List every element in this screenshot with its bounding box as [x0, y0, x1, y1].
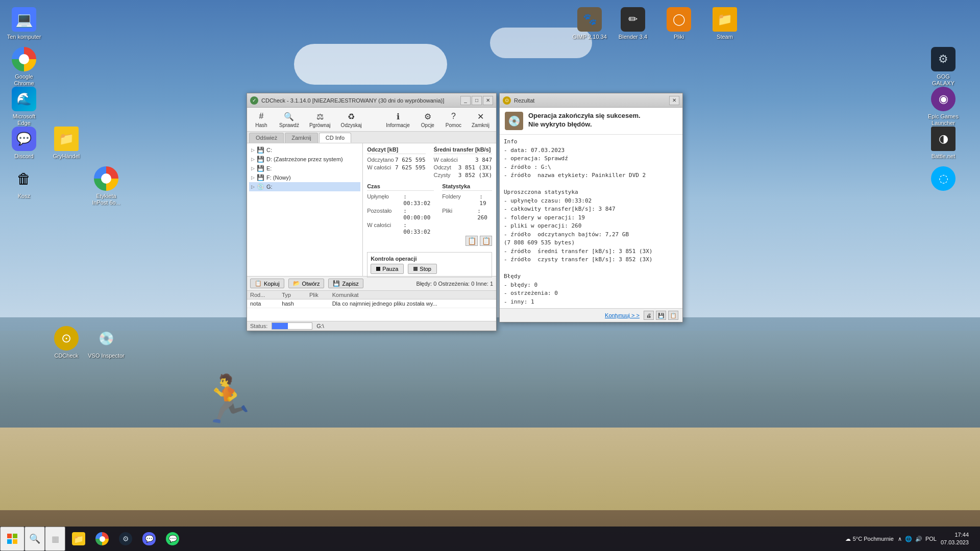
maximize-button[interactable]: □	[472, 96, 482, 105]
desktop-icon-kosz[interactable]: 🗑 Kosz	[4, 164, 44, 202]
desktop-icon-discord[interactable]: 💬 Discord	[4, 124, 44, 162]
control-buttons-row: Pauza Stop	[371, 264, 488, 274]
kopiuj-button[interactable]: 📋 Kopiuj	[250, 279, 284, 288]
czas-w-calosci-label: W całości	[367, 222, 399, 235]
czas-group: Czas Upłynęło : 00:33:02 Pozostało : 00:…	[367, 183, 434, 236]
desktop-icon-pliki[interactable]: 📁 Steam	[704, 5, 745, 42]
expand-tray-icon[interactable]: ∧	[898, 536, 902, 542]
log-cell-rod: nota	[247, 299, 279, 308]
stop-button[interactable]: Stop	[408, 264, 437, 274]
discord-label: Discord	[14, 153, 33, 160]
desktop-icon-gry-handel[interactable]: 📁 GryHändel	[46, 124, 87, 162]
drive-g-icon: 💿	[257, 183, 264, 190]
desktop-icon-cdcheck[interactable]: ⊙ CDCheck	[46, 324, 87, 361]
sredni-group: Średni transfer [kB/s] W całości 3 847 O…	[434, 146, 492, 179]
desktop-icon-inkscape[interactable]: ✏ Blender 3.4	[612, 5, 653, 42]
taskbar-app-file-explorer[interactable]: 📁	[67, 528, 90, 550]
widgets-button[interactable]: ▦	[45, 527, 65, 551]
sprawdz-icon: 🔍	[283, 111, 295, 122]
discord-taskbar-icon: 💬	[142, 532, 156, 545]
desktop-icon-steam[interactable]: ⚙ GOG GALAXY	[923, 45, 964, 89]
kontrola-title: Kontrola operacji	[371, 256, 488, 262]
tab-cd-info[interactable]: CD Info	[319, 133, 351, 143]
odczyt-s-value: 3 851 (3X)	[458, 164, 492, 171]
footer-print-icon[interactable]: 🖨	[644, 311, 654, 320]
tree-item-c[interactable]: ▷ 💾 C:	[249, 145, 360, 155]
desktop-icon-battlenet[interactable]: ◌	[923, 164, 964, 195]
show-desktop-button[interactable]	[973, 527, 976, 551]
continue-button[interactable]: Kontynuuj > >	[605, 312, 640, 318]
otworz-button[interactable]: 📂 Otwórz	[288, 279, 325, 288]
epic-icon: ◑	[931, 127, 955, 151]
copy-icon-1[interactable]: 📋	[465, 236, 478, 246]
opcje-button[interactable]: ⚙ Opcje	[415, 109, 440, 130]
w-calosci-label: W całości	[367, 164, 391, 171]
tab-zamknij[interactable]: Zamknij	[285, 133, 318, 143]
drive-c-icon: 💾	[257, 146, 264, 154]
minimize-button[interactable]: _	[460, 96, 471, 105]
tree-toggle-d: ▷	[251, 157, 255, 162]
ten-komputer-label: Ten komputer	[7, 34, 41, 40]
gry-handel-label: GryHändel	[53, 153, 80, 160]
taskbar-app-steam[interactable]: ⚙	[114, 528, 137, 550]
tree-item-f[interactable]: ▷ 💾 F: (Nowy)	[249, 173, 360, 182]
pliki-icon: 📁	[713, 7, 737, 32]
sredni-w-calosci-line: W całości 3 847	[434, 156, 492, 164]
foldery-label: Foldery	[442, 193, 475, 207]
stats-row-mid: Czas Upłynęło : 00:33:02 Pozostało : 00:…	[367, 183, 492, 236]
desktop-icon-etykieta[interactable]: Etykieta InPost 6o...	[86, 164, 127, 208]
w-calosci-value: 7 625 595	[395, 164, 426, 171]
desktop-icon-vso[interactable]: 💿 VSO Inspector	[86, 324, 127, 361]
zamknij-button[interactable]: ✕ Zamknij	[467, 109, 494, 130]
informacje-button[interactable]: ℹ Informacje	[381, 109, 414, 130]
close-button[interactable]: ✕	[483, 96, 493, 105]
taskbar-app-chrome[interactable]	[91, 528, 113, 550]
taskbar-right: ☁ 5°C Pochmurnie ∧ 🌐 🔊 POL 17:44 07.03.2…	[845, 527, 980, 551]
tree-toggle-c: ▷	[251, 147, 255, 153]
chrome-icon	[12, 47, 36, 71]
kopiuj-icon: 📋	[255, 280, 262, 287]
kontrola-box: Kontrola operacji Pauza Stop	[367, 252, 492, 278]
pauza-button[interactable]: Pauza	[371, 264, 404, 274]
desktop-icon-ten-komputer[interactable]: 💻 Ten komputer	[4, 5, 44, 42]
svg-rect-3	[13, 539, 17, 544]
taskbar-app-whatsapp[interactable]: 💬	[161, 528, 184, 550]
tree-item-g[interactable]: ▷ 💿 G:	[249, 182, 360, 191]
footer-copy-icon[interactable]: 📋	[668, 311, 678, 320]
result-body-text: Info - data: 07.03.2023 - operacja: Spra…	[504, 138, 678, 306]
desktop-icon-gimp[interactable]: 🐾 GIMP 2.10.34	[569, 5, 610, 42]
desktop-icon-blender[interactable]: ◯ Pliki	[658, 5, 699, 42]
progress-bar-container	[272, 322, 312, 330]
odczyt-line: Odczyt 3 851 (3X)	[434, 164, 492, 171]
desktop-icon-chrome[interactable]: Google Chrome	[4, 45, 44, 89]
sprawdz-button[interactable]: 🔍 Sprawdź	[275, 109, 304, 130]
result-close-button[interactable]: ✕	[669, 96, 679, 105]
desktop-icon-epic[interactable]: ◑ Battle.net	[923, 124, 964, 162]
copy-icon-2[interactable]: 📋	[480, 236, 492, 246]
pgrownaj-button[interactable]: ⚖ Pgrównaj	[305, 109, 335, 130]
odzyskaj-button[interactable]: ♻ Odzyskaj	[336, 109, 366, 130]
pozostalo-line: Pozostało : 00:00:00	[367, 207, 434, 221]
network-icon: 🌐	[905, 536, 912, 542]
otworz-icon: 📂	[293, 280, 300, 287]
result-window-icon: ⊙	[503, 96, 511, 105]
footer-save-icon[interactable]: 💾	[656, 311, 666, 320]
pauza-dot	[376, 267, 380, 271]
taskbar-app-discord[interactable]: 💬	[138, 528, 160, 550]
taskbar: 🔍 ▦ 📁 ⚙ 💬 💬 ☁ 5°C Poc	[0, 527, 980, 551]
tree-item-d[interactable]: ▷ 💾 D: (Zastrzeżone przez system)	[249, 155, 360, 164]
informacje-icon: ℹ	[393, 111, 404, 122]
stats-row-top: Odczyt [kB] Odczytano 7 625 595 W całośc…	[367, 146, 492, 179]
zapisz-button[interactable]: 💾 Zapisz	[328, 279, 363, 288]
desktop-icon-gog[interactable]: ◉ Epic Games Launcher	[923, 85, 964, 129]
start-button[interactable]	[0, 527, 24, 551]
search-button[interactable]: 🔍	[24, 527, 45, 551]
pomoc-button[interactable]: ? Pomoc	[441, 109, 466, 130]
tree-item-e[interactable]: ▷ 💾 E:	[249, 164, 360, 173]
hash-button[interactable]: # Hash	[249, 109, 274, 130]
result-window-controls: ✕	[669, 96, 679, 105]
desktop-icon-edge[interactable]: 🌊 Microsoft Edge	[4, 85, 44, 129]
col-komunikat: Komunikat	[329, 291, 496, 299]
cdcheck-window-title: CDCheck - 3.1.14.0 [NIEZAREJESTROWANY (3…	[261, 97, 460, 104]
tab-odswiedz[interactable]: Odśwież	[249, 133, 284, 143]
